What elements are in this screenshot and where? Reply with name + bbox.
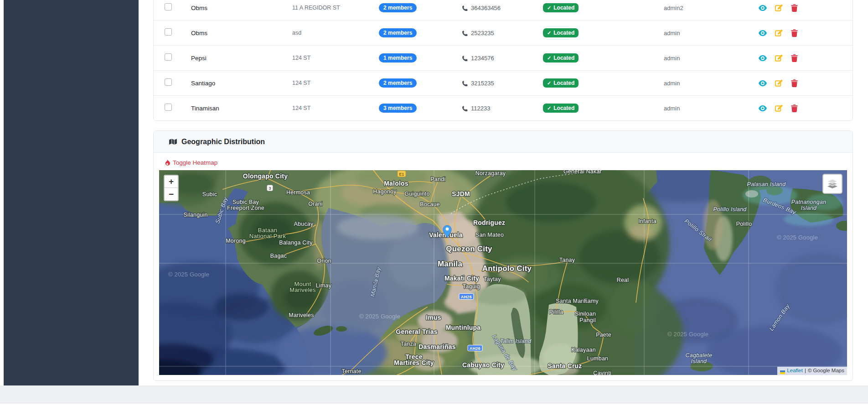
- status-badge: ✓Located: [543, 28, 579, 37]
- sidebar: [4, 0, 139, 385]
- map-label: Hermosa: [286, 189, 310, 196]
- leaflet-attribution-link[interactable]: Leaflet: [787, 367, 803, 374]
- delete-button[interactable]: [790, 54, 798, 62]
- map-label: Pililla: [549, 309, 563, 315]
- leaflet-map[interactable]: E13AH26AH26 Olongapo CitySubicSubic BayS…: [159, 170, 847, 375]
- route-shield: AH26: [468, 345, 482, 351]
- admin-name: admin: [664, 55, 755, 62]
- svg-text:AH26: AH26: [461, 295, 472, 299]
- map-label: Cabuyao City: [462, 361, 504, 369]
- phone-number: 3215235: [471, 80, 494, 87]
- map-label: Makati City: [444, 275, 479, 282]
- map-label: Mariveles: [289, 312, 314, 318]
- delete-button[interactable]: [790, 104, 798, 112]
- map-attribution: Leaflet | © Google Maps: [777, 367, 847, 375]
- google-watermark: © 2025 Google: [667, 331, 708, 338]
- map-label: Rodriguez: [473, 219, 505, 226]
- actions-cell: [755, 29, 852, 37]
- map-label: Orani: [308, 201, 323, 207]
- phone-number: 2523235: [471, 30, 494, 36]
- trash-icon: [791, 54, 798, 62]
- view-button[interactable]: [759, 54, 766, 62]
- admin-name: admin: [664, 80, 755, 87]
- map-label: Orion: [317, 258, 331, 264]
- view-button[interactable]: [759, 79, 766, 87]
- status-label: Located: [553, 105, 574, 111]
- route-shield: 3: [267, 185, 273, 191]
- admin-name: admin: [664, 105, 755, 112]
- map-label: Olongapo City: [243, 172, 288, 180]
- edit-button[interactable]: [775, 79, 782, 87]
- edit-button[interactable]: [775, 29, 782, 37]
- map-label: Malolos: [384, 180, 408, 187]
- map-label: Limay: [316, 282, 332, 289]
- edit-button[interactable]: [775, 104, 782, 112]
- map-label: Morong: [226, 238, 246, 244]
- row-checkbox[interactable]: [165, 3, 172, 10]
- row-checkbox[interactable]: [165, 78, 172, 86]
- footer-band: [0, 385, 868, 403]
- members-cell: 3 members: [379, 104, 462, 113]
- map-label: Talim Island: [500, 338, 532, 344]
- edit-icon: [775, 29, 783, 37]
- table-row: Santiago124 ST2 members3215235✓Locatedad…: [154, 71, 852, 96]
- edit-icon: [775, 54, 783, 62]
- zoom-in-button[interactable]: +: [165, 176, 178, 188]
- status-cell: ✓Located: [543, 53, 664, 63]
- row-checkbox[interactable]: [165, 104, 172, 111]
- status-cell: ✓Located: [543, 78, 664, 88]
- view-button[interactable]: [759, 29, 766, 37]
- map-label: SJDM: [452, 190, 470, 198]
- group-address: asd: [292, 30, 379, 36]
- map-label: General Nakar: [563, 170, 602, 175]
- map-label: Paete: [596, 332, 611, 338]
- check-icon: ✓: [547, 106, 551, 111]
- map-label: General Trias: [396, 328, 437, 335]
- card-title: Geographic Distribution: [181, 138, 265, 146]
- map-label: Taytay: [484, 276, 501, 282]
- delete-button[interactable]: [790, 79, 798, 87]
- map-label: Subic: [202, 191, 217, 198]
- main-content: Obms11 A REGIDOR ST2 members364363456✓Lo…: [139, 0, 868, 385]
- phone-number: 1234576: [471, 55, 494, 62]
- map-label: Dasmariñas: [418, 343, 455, 350]
- zoom-out-button[interactable]: −: [165, 188, 178, 200]
- attribution-separator: |: [805, 367, 806, 374]
- edit-button[interactable]: [775, 54, 782, 62]
- map-icon: [169, 138, 177, 145]
- row-checkbox[interactable]: [165, 53, 172, 61]
- group-address: 124 ST: [292, 80, 379, 86]
- group-name: Tinamisan: [191, 105, 292, 112]
- phone-cell: 364363456: [462, 5, 543, 11]
- table-row: Pepsi124 ST1 members1234576✓Locatedadmin: [154, 46, 852, 71]
- toggle-heatmap-button[interactable]: Toggle Heatmap: [159, 156, 223, 169]
- map-label: Tanza: [401, 341, 416, 347]
- map-label: Imus: [426, 314, 441, 321]
- table-row: Obms11 A REGIDOR ST2 members364363456✓Lo…: [154, 0, 852, 21]
- layers-control[interactable]: [822, 174, 842, 194]
- members-badge: 2 members: [379, 3, 417, 12]
- group-address: 124 ST: [292, 105, 379, 111]
- view-button[interactable]: [759, 104, 766, 112]
- map-label: Abucay: [294, 221, 314, 227]
- edit-button[interactable]: [775, 4, 782, 12]
- map-label: Polillo Island: [713, 206, 747, 213]
- members-cell: 2 members: [379, 28, 462, 37]
- view-button[interactable]: [759, 4, 766, 12]
- members-cell: 2 members: [379, 78, 462, 88]
- groups-table: Obms11 A REGIDOR ST2 members364363456✓Lo…: [154, 0, 852, 120]
- edit-icon: [775, 4, 783, 12]
- trash-icon: [791, 29, 798, 37]
- map-label: Antipolo City: [482, 264, 532, 273]
- delete-button[interactable]: [790, 4, 798, 12]
- status-badge: ✓Located: [543, 3, 579, 12]
- group-address: 124 ST: [292, 55, 379, 61]
- row-checkbox[interactable]: [165, 28, 172, 36]
- groups-table-card: Obms11 A REGIDOR ST2 members364363456✓Lo…: [153, 0, 853, 121]
- status-cell: ✓Located: [543, 28, 664, 38]
- phone-icon: [462, 5, 468, 11]
- phone-icon: [462, 80, 468, 86]
- delete-button[interactable]: [790, 29, 798, 37]
- map-label: Bagac: [270, 253, 287, 259]
- map-label: Polillo: [736, 221, 752, 227]
